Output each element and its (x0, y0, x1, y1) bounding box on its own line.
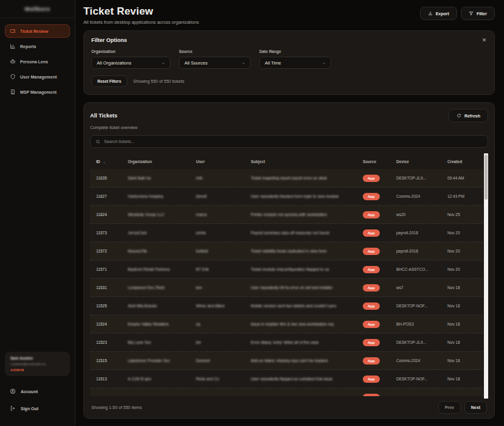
close-icon[interactable]: ✕ (480, 36, 488, 44)
source-label: Source (179, 49, 251, 54)
cell-subject: Ticket regarding report export error on … (251, 176, 363, 180)
cell-organization: Saint Balt Inc (128, 176, 196, 180)
date-range-value: All Time (265, 60, 281, 66)
export-button[interactable]: Export (420, 7, 457, 20)
column-header-subject[interactable]: Subject (251, 159, 363, 164)
page-title: Ticket Review (83, 5, 199, 18)
tickets-table: ID⌄ Organization User Subject Source Dev… (90, 153, 488, 396)
source-badge: App (363, 302, 380, 310)
table-row[interactable]: 11525 Atoll Mfg Brands Wires and Allied … (90, 297, 483, 315)
cell-id: 11515 (96, 358, 128, 363)
table-body: 11635 Saint Balt Inc mtb Ticket regardin… (90, 169, 483, 396)
source-badge: App (363, 394, 380, 397)
sidebar-footer: Account Sign Out (0, 380, 75, 426)
date-range-select[interactable]: All Time ⌄ (259, 57, 331, 69)
source-badge: App (363, 321, 380, 328)
filter-button[interactable]: Filter (461, 7, 495, 20)
sidebar-item-label: Ticket Review (20, 29, 48, 33)
cell-source: App (363, 357, 396, 365)
filter-summary: Showing 550 of 550 tickets (133, 79, 184, 83)
reset-filters-button[interactable]: Reset Filters (91, 75, 127, 87)
table-row[interactable]: 11513 A 1190 B gen Reds and Co User repe… (90, 370, 483, 388)
sidebar-item-user-management[interactable]: User Management (5, 70, 70, 83)
cell-subject: Ticket module misconfiguration flagged t… (251, 267, 363, 271)
source-badge: App (363, 211, 380, 218)
column-header-created[interactable]: Created (447, 159, 483, 164)
sidebar-item-persona-lens[interactable]: Persona Lens (5, 55, 70, 68)
user-card: Sam Austen t.austen@example.co ADMIN (5, 352, 70, 376)
cell-id: 11624 (96, 212, 128, 217)
pagination-summary: Showing 1-50 of 550 items (91, 405, 142, 410)
vertical-scrollbar[interactable] (484, 153, 488, 399)
cell-organization: Harborview Imaging (128, 194, 196, 198)
filter-fields: Organization All Organizations ⌄ Source … (91, 49, 487, 69)
cell-created: Nov 18 (447, 322, 483, 326)
cell-source: App (363, 248, 396, 255)
cell-source: App (363, 229, 396, 237)
table-row[interactable]: App (90, 388, 483, 396)
cell-id: 11525 (96, 304, 128, 308)
table-row[interactable]: 11624 Westside Group LLC marcs Printer m… (90, 206, 483, 224)
table-row[interactable]: 11515 Lakeshore Provider Svc Dumont Add-… (90, 352, 483, 370)
date-range-label: Date Range (259, 49, 331, 54)
source-badge: App (363, 175, 380, 182)
column-header-device[interactable]: Device (396, 159, 447, 164)
column-header-user[interactable]: User (196, 159, 251, 164)
source-badge: App (363, 339, 380, 346)
cell-organization: Empire Valley Retailers (128, 322, 196, 326)
cell-user: Reds and Co (196, 377, 251, 381)
cell-user: jim (196, 340, 251, 344)
column-header-organization[interactable]: Organization (128, 159, 196, 164)
table-row[interactable]: 11571 Bayfront Retail Partners BT Erik T… (90, 260, 483, 279)
cell-device: payroll-2018 (396, 231, 447, 235)
cell-device: Comms-2024 (396, 358, 447, 363)
main-content: Ticket Review All tickets from desktop a… (75, 0, 504, 426)
account-button[interactable]: Account (5, 385, 70, 398)
prev-page-button[interactable]: Prev (438, 401, 461, 414)
sidebar-item-reports[interactable]: Reports (5, 40, 70, 53)
table-row[interactable]: 11524 Empire Valley Retailers cg Issue i… (90, 315, 483, 333)
column-header-id[interactable]: ID⌄ (96, 159, 128, 164)
table-row[interactable]: 11573 JerrysClub printe Payroll summary … (90, 224, 483, 242)
robot-icon (10, 58, 16, 65)
table-row[interactable]: 11531 Longwood Svc [Test] kev User repea… (90, 279, 483, 297)
search-icon (96, 139, 100, 144)
source-select[interactable]: All Sources ⌄ (179, 57, 251, 69)
sidebar-item-label: MSP Management (20, 90, 57, 94)
cell-source: App (363, 211, 396, 218)
cell-source: App (363, 375, 396, 383)
ticket-icon (10, 28, 16, 34)
chevron-down-icon: ⌄ (242, 60, 245, 65)
cell-device: DESKTOP-NOF... (396, 304, 447, 308)
scrollbar-thumb[interactable] (485, 155, 488, 200)
logo-text: Wellbore (25, 6, 51, 12)
sidebar-item-msp-management[interactable]: MSP Management (5, 85, 70, 99)
table-row[interactable]: 11635 Saint Balt Inc mtb Ticket regardin… (90, 169, 483, 187)
cell-subject: Add-on failed: missing repo can't be tra… (251, 358, 363, 363)
cell-source: App (363, 284, 396, 292)
table-row[interactable]: 11627 Harborview Imaging jhendl User rep… (90, 187, 483, 206)
search-box (90, 135, 488, 148)
pagination-controls: Prev Next (438, 401, 487, 414)
next-page-button[interactable]: Next (464, 401, 487, 414)
cell-device: DESKTOP-NOF... (396, 377, 447, 381)
app-window: Wellbore Ticket Review Reports Persona L… (0, 0, 504, 426)
user-email: t.austen@example.co (10, 362, 65, 366)
table-row[interactable]: 11572 MooresTile bobbid Ticket visibilit… (90, 242, 483, 260)
source-badge: App (363, 266, 380, 273)
cell-subject: Error dialog 'onhp' felled all of the ca… (251, 340, 363, 344)
cell-organization: Westside Group LLC (128, 212, 196, 217)
organization-select[interactable]: All Organizations ⌄ (91, 57, 170, 69)
search-input[interactable] (104, 139, 483, 144)
sidebar-item-ticket-review[interactable]: Ticket Review (5, 24, 70, 38)
refresh-button[interactable]: Refresh (449, 109, 488, 122)
sign-out-button[interactable]: Sign Out (5, 402, 70, 415)
sidebar-item-label: Reports (20, 44, 36, 49)
cell-user: mtb (196, 176, 251, 180)
cell-subject: User repeatedly blocked from login to ne… (251, 194, 363, 198)
table-row[interactable]: 11523 Big Lane Svc jim Error dialog 'onh… (90, 333, 483, 352)
cell-organization: Big Lane Svc (128, 340, 196, 344)
column-header-source[interactable]: Source (363, 159, 396, 164)
source-badge: App (363, 248, 380, 255)
all-tickets-panel: All Tickets Refresh Complete ticket over… (83, 102, 495, 419)
